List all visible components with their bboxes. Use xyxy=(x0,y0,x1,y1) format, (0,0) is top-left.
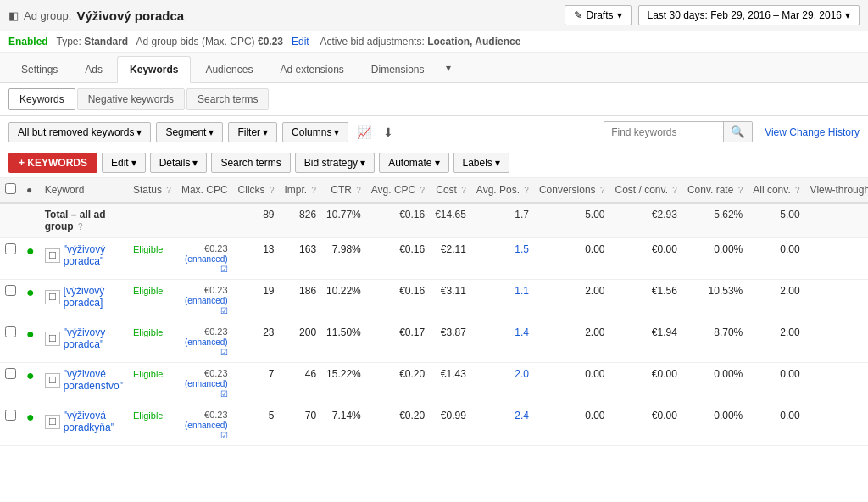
date-range-button[interactable]: Last 30 days: Feb 29, 2016 – Mar 29, 201… xyxy=(638,5,860,25)
row-checkbox-4[interactable] xyxy=(5,410,16,421)
keyword-match-icon-2[interactable]: ☐ xyxy=(45,332,60,346)
row-checkbox-1[interactable] xyxy=(5,285,16,296)
search-box: 🔍 xyxy=(604,121,753,142)
keyword-match-icon-3[interactable]: ☐ xyxy=(45,373,60,388)
status-dot-3: ● xyxy=(26,368,35,382)
total-clicks: 89 xyxy=(233,203,280,238)
keyword-cell: ☐ "výživovy poradca" xyxy=(45,326,123,350)
view-history-link[interactable]: View Change History xyxy=(765,126,860,138)
total-avg-pos: 1.7 xyxy=(471,203,534,238)
keyword-cell: ☐ "výživová poradkyňa" xyxy=(45,410,123,433)
labels-button[interactable]: Labels ▾ xyxy=(453,153,509,173)
keyword-label-2[interactable]: "výživovy poradca" xyxy=(64,326,123,350)
total-conv-rate: 5.62% xyxy=(682,203,748,238)
sub-tab-negative[interactable]: Negative keywords xyxy=(77,88,185,110)
keyword-cell: ☐ [výživový poradca] xyxy=(45,285,123,309)
col-status: Status ? xyxy=(128,178,176,203)
table-row: ● ☐ "výživovy poradca" Eligible €0.23 (e… xyxy=(0,321,868,363)
sub-tab-keywords[interactable]: Keywords xyxy=(8,88,75,110)
status-eligible-3: Eligible xyxy=(133,369,163,379)
col-keyword: Keyword xyxy=(40,178,128,203)
col-max-cpc: Max. CPC xyxy=(176,178,233,203)
chart-icon[interactable]: 📈 xyxy=(353,122,375,142)
keyword-label-0[interactable]: "výživový poradca" xyxy=(64,243,123,267)
col-cost-conv: Cost / conv. ? xyxy=(610,178,682,203)
tab-more-button[interactable]: ▾ xyxy=(439,55,458,81)
active-bid-label: Active bid adjustments: xyxy=(320,36,424,47)
sub-tab-search-terms[interactable]: Search terms xyxy=(186,88,269,110)
edit-button[interactable]: Edit ▾ xyxy=(102,153,146,173)
filter-chevron-icon: ▾ xyxy=(263,126,268,138)
columns-chevron-icon: ▾ xyxy=(334,126,339,138)
table-row: ● ☐ "výživový poradca" Eligible €0.23 (e… xyxy=(0,238,868,280)
total-label: Total – all ad group ? xyxy=(40,203,128,238)
top-bar: ◧ Ad group: Výživový poradca ✎ Drafts ▾ … xyxy=(0,0,868,31)
add-keywords-button[interactable]: + KEYWORDS xyxy=(8,153,97,173)
tab-ad-extensions[interactable]: Ad extensions xyxy=(267,56,356,82)
tab-settings[interactable]: Settings xyxy=(8,56,70,82)
col-ctr: CTR ? xyxy=(321,178,366,203)
ad-group-prefix: Ad group: xyxy=(24,9,71,22)
segment-button[interactable]: Segment ▾ xyxy=(156,122,223,142)
keyword-label-4[interactable]: "výživová poradkyňa" xyxy=(64,410,123,433)
keywords-table-wrapper: ● Keyword Status ? Max. CPC Clicks ? Imp… xyxy=(0,178,868,446)
keyword-label-3[interactable]: "výživové poradenstvo" xyxy=(64,368,123,392)
status-dot-header: ● xyxy=(21,178,40,203)
table-row: ● ☐ "výživové poradenstvo" Eligible €0.2… xyxy=(0,363,868,404)
bid-strategy-button[interactable]: Bid strategy ▾ xyxy=(295,153,375,173)
status-dot-1: ● xyxy=(26,285,35,299)
keyword-match-icon-4[interactable]: ☐ xyxy=(45,415,60,429)
active-bid-value: Location, Audience xyxy=(427,36,520,47)
ad-group-icon: ◧ xyxy=(8,9,19,22)
details-button[interactable]: Details ▾ xyxy=(150,153,208,173)
search-terms-button[interactable]: Search terms xyxy=(211,153,290,173)
main-tabs: Settings Ads Keywords Audiences Ad exten… xyxy=(0,53,868,83)
col-impr: Impr. ? xyxy=(280,178,322,203)
status-eligible-2: Eligible xyxy=(133,327,163,337)
automate-chevron-icon: ▾ xyxy=(435,157,440,169)
row-checkbox-0[interactable] xyxy=(5,243,16,254)
total-ctr: 10.77% xyxy=(321,203,366,238)
automate-button[interactable]: Automate ▾ xyxy=(379,153,448,173)
search-button[interactable]: 🔍 xyxy=(723,122,752,142)
total-cost-conv: €2.93 xyxy=(610,203,682,238)
keyword-match-icon-1[interactable]: ☐ xyxy=(45,290,60,304)
drafts-button[interactable]: ✎ Drafts ▾ xyxy=(565,5,631,25)
search-input[interactable] xyxy=(604,123,723,142)
row-checkbox-3[interactable] xyxy=(5,368,16,379)
bid-strategy-chevron-icon: ▾ xyxy=(360,157,365,169)
sub-tabs: Keywords Negative keywords Search terms xyxy=(0,83,868,116)
total-row: Total – all ad group ? 89 826 10.77% €0.… xyxy=(0,203,868,238)
table-row: ● ☐ "výživová poradkyňa" Eligible €0.23 … xyxy=(0,404,868,446)
col-conversions: Conversions ? xyxy=(534,178,610,203)
keyword-cell: ☐ "výživové poradenstvo" xyxy=(45,368,123,392)
col-avg-cpc: Avg. CPC ? xyxy=(366,178,430,203)
filter-button[interactable]: Filter ▾ xyxy=(228,122,277,142)
row-checkbox-2[interactable] xyxy=(5,326,16,337)
filter-bar: All but removed keywords ▾ Segment ▾ Fil… xyxy=(0,116,868,148)
edit-link[interactable]: Edit xyxy=(292,36,309,47)
status-eligible-1: Eligible xyxy=(133,286,163,296)
tab-audiences[interactable]: Audiences xyxy=(192,56,265,82)
select-all-checkbox-header[interactable] xyxy=(0,178,21,203)
col-avg-pos: Avg. Pos. ? xyxy=(471,178,534,203)
tab-keywords[interactable]: Keywords xyxy=(117,56,191,83)
columns-button[interactable]: Columns ▾ xyxy=(282,122,348,142)
download-icon[interactable]: ⬇ xyxy=(380,122,397,142)
col-all-conv: All conv. ? xyxy=(748,178,804,203)
filter-dropdown-button[interactable]: All but removed keywords ▾ xyxy=(8,122,151,142)
tab-ads[interactable]: Ads xyxy=(72,56,115,82)
status-bar: Enabled Type: Standard Ad group bids (Ma… xyxy=(0,31,868,53)
keyword-label-1[interactable]: [výživový poradca] xyxy=(64,285,123,309)
drafts-icon: ✎ xyxy=(574,9,582,21)
status-dot-2: ● xyxy=(26,326,35,341)
details-chevron-icon: ▾ xyxy=(192,157,198,169)
date-chevron-icon: ▾ xyxy=(845,9,850,21)
keyword-match-icon-0[interactable]: ☐ xyxy=(45,248,60,263)
enabled-status: Enabled xyxy=(8,36,48,47)
col-clicks: Clicks ? xyxy=(233,178,280,203)
bid-label: Ad group bids (Max. CPC) xyxy=(136,36,255,47)
select-all-checkbox[interactable] xyxy=(5,183,16,194)
tab-dimensions[interactable]: Dimensions xyxy=(359,56,437,82)
status-dot-0: ● xyxy=(26,243,35,258)
